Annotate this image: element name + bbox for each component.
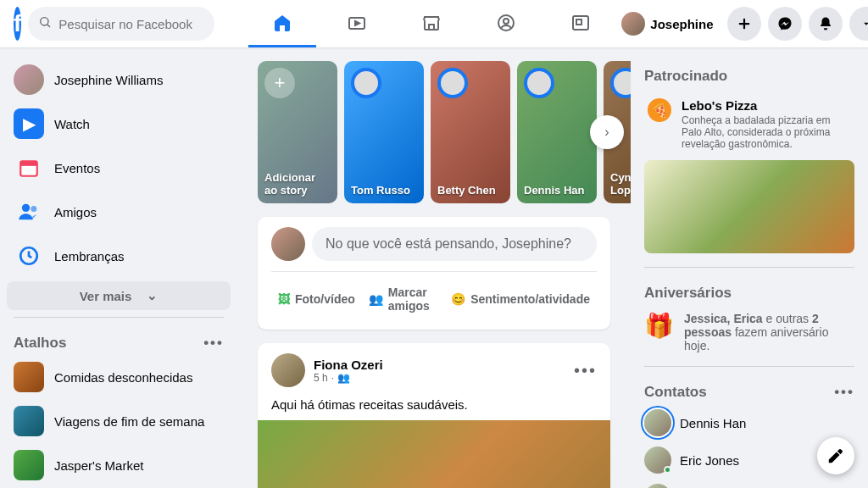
tab-groups[interactable] [472,0,540,47]
shortcut-icon [14,362,44,392]
avatar [644,409,671,436]
tab-gaming[interactable] [547,0,615,47]
sidebar-item-friends[interactable]: Amigos [7,190,231,234]
story-item[interactable]: Tom Russo [344,61,424,203]
composer: No que você está pensando, Josephine? 🖼F… [258,217,610,330]
avatar [524,68,554,98]
post-image[interactable] [258,420,610,488]
avatar [621,12,645,36]
sidebar-profile-label: Josephine Williams [54,73,163,87]
svg-point-0 [41,18,48,25]
contacts-title: Contatos [644,384,707,401]
story-label: Dennis Han [524,184,590,197]
avatar[interactable] [271,353,305,387]
birthday-item[interactable]: 🎁 Jessica, Erica e outras 2 pessoas faze… [637,305,861,359]
divider [14,317,224,318]
sponsor-desc: Conheça a badalada pizzaria em Palo Alto… [682,114,851,150]
feed: + Adicionar ao story Tom Russo Betty Che… [237,47,631,488]
search-box[interactable] [28,7,214,41]
shortcut-label: Viagens de fim de semana [54,414,204,429]
composer-feeling-label: Sentimento/atividade [470,292,590,306]
nav-tabs [248,0,615,47]
story-label: Tom Russo [351,184,417,197]
avatar [14,64,44,95]
chevron-down-icon: ⌄ [147,288,158,303]
shortcut-item[interactable]: Jasper's Market [7,443,231,487]
header: f Josephine [0,0,868,47]
tag-icon: 👥 [369,292,383,306]
birthdays-title: Aniversários [644,285,732,302]
composer-input[interactable]: No que você está pensando, Josephine? [312,227,597,261]
tab-home[interactable] [248,0,316,47]
post-time: 5 h [314,372,328,384]
sidebar-item-label: Lembranças [54,249,125,263]
tab-marketplace[interactable] [398,0,465,47]
avatar [644,484,671,488]
post-author[interactable]: Fiona Ozeri [314,358,383,372]
shortcut-item[interactable]: Viagens de fim de semana [7,399,231,443]
gift-icon: 🎁 [644,312,674,352]
plus-icon: + [264,68,295,98]
friends-icon [14,197,44,227]
sidebar-see-more[interactable]: Ver mais ⌄ [7,281,231,310]
messenger-button[interactable] [768,7,802,41]
stories-next-button[interactable]: › [590,115,624,149]
story-create[interactable]: + Adicionar ao story [258,61,337,203]
shortcut-icon [14,450,44,480]
post-text: Aqui há ótimas receitas saudáveis. [258,397,610,420]
shortcut-item[interactable]: Comidas desconhecidas [7,355,231,399]
search-input[interactable] [58,17,204,31]
facebook-logo[interactable]: f [14,7,21,41]
composer-photo-button[interactable]: 🖼Foto/vídeo [271,279,362,319]
feeling-icon: 😊 [451,292,465,306]
contacts-menu-button[interactable]: ••• [834,384,854,401]
sidebar-item-watch[interactable]: ▶ Watch [7,102,231,146]
composer-placeholder: No que você está pensando, Josephine? [326,236,571,252]
calendar-icon [14,152,44,183]
sidebar-profile[interactable]: Josephine Williams [7,58,231,102]
account-menu-button[interactable] [849,7,868,41]
contact-name: Dennis Han [680,416,746,430]
story-item[interactable]: Betty Chen [431,61,510,203]
pizza-icon: 🍕 [648,98,671,122]
svg-line-1 [47,25,50,27]
sidebar-item-events[interactable]: Eventos [7,146,231,190]
contact-item[interactable]: Dennis Han [637,404,861,441]
composer-feeling-button[interactable]: 😊Sentimento/atividade [444,279,597,319]
sidebar-item-label: Amigos [54,205,97,219]
contact-name: Eric Jones [680,453,739,468]
clock-icon [14,241,44,271]
svg-rect-8 [20,161,37,165]
avatar [644,446,671,474]
sidebar-item-memories[interactable]: Lembranças [7,234,231,278]
divider [644,267,854,268]
avatar [437,68,468,98]
composer-tag-label: Marcar amigos [388,286,437,313]
avatar[interactable] [271,227,305,261]
notifications-button[interactable] [809,7,843,41]
contact-item[interactable]: Cynthia Lopez [637,479,861,488]
svg-point-10 [31,206,36,212]
sponsor-name: Lebo's Pizza [682,98,851,113]
shortcut-icon [14,406,44,436]
shortcuts-menu-button[interactable]: ••• [203,335,224,352]
edit-icon [826,446,845,465]
new-message-button[interactable] [817,437,854,474]
user-chip[interactable]: Josephine [615,8,720,39]
post-menu-button[interactable]: ••• [574,361,597,380]
svg-point-4 [504,19,509,24]
right-sidebar: Patrocinado 🍕 Lebo's Pizza Conheça a bad… [631,47,868,488]
tab-watch[interactable] [323,0,391,47]
story-label: Betty Chen [437,184,504,197]
see-more-label: Ver mais [80,289,132,303]
sidebar-item-label: Eventos [54,161,100,175]
svg-point-9 [22,204,30,212]
svg-rect-6 [576,19,581,25]
composer-tag-button[interactable]: 👥Marcar amigos [362,279,444,319]
create-button[interactable] [727,7,761,41]
story-label: Cynthia Lopez [610,171,631,197]
story-label: Adicionar ao story [264,171,331,197]
sponsored-item[interactable]: 🍕 Lebo's Pizza Conheça a badalada pizzar… [637,88,861,260]
story-item[interactable]: Dennis Han [517,61,597,203]
friends-icon: 👥 [337,372,350,384]
